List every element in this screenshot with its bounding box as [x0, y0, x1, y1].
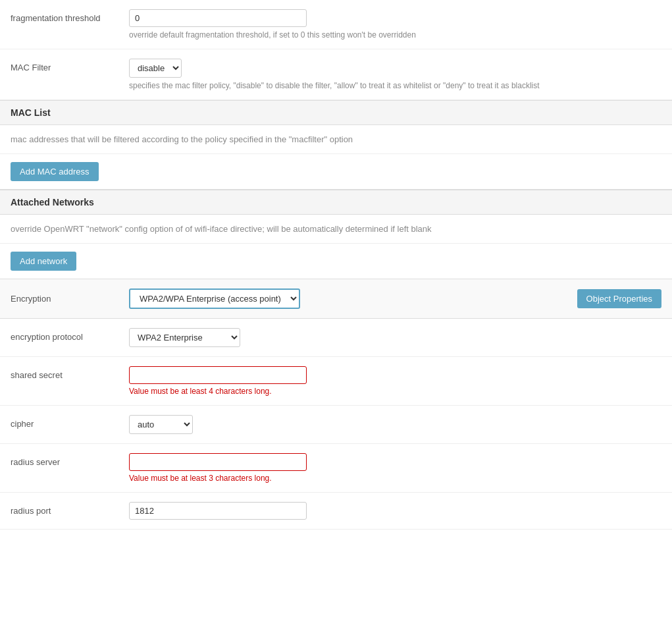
radius-server-error: Value must be at least 3 characters long… — [129, 474, 661, 483]
encryption-protocol-label: encryption protocol — [11, 328, 129, 342]
encryption-select-wrapper: WPA2/WPA Enterprise (access point) WPA2 … — [129, 288, 577, 309]
add-network-button[interactable]: Add network — [11, 252, 76, 271]
shared-secret-label: shared secret — [11, 366, 129, 380]
shared-secret-error: Value must be at least 4 characters long… — [129, 387, 661, 396]
mac-filter-help: specifies the mac filter policy, "disabl… — [129, 81, 661, 90]
object-properties-button[interactable]: Object Properties — [577, 289, 661, 308]
mac-list-section-header: MAC List — [0, 100, 672, 125]
add-network-button-row: Add network — [0, 244, 672, 279]
attached-networks-title: Attached Networks — [11, 197, 94, 207]
attached-networks-section-header: Attached Networks — [0, 190, 672, 215]
radius-port-row: radius port — [0, 493, 672, 530]
encryption-protocol-row: encryption protocol WPA2 Enterprise WPA … — [0, 319, 672, 357]
attached-networks-description: override OpenWRT "network" config option… — [0, 215, 672, 244]
mac-filter-label: MAC Filter — [11, 59, 129, 72]
mac-list-description: mac addresses that will be filtered acco… — [0, 125, 672, 154]
add-mac-button-row: Add MAC address — [0, 154, 672, 190]
shared-secret-input[interactable] — [129, 366, 307, 384]
radius-port-input[interactable] — [129, 502, 307, 520]
fragmentation-threshold-help: override default fragmentation threshold… — [129, 30, 661, 40]
mac-filter-select[interactable]: disable allow deny — [129, 59, 182, 78]
radius-server-label: radius server — [11, 453, 129, 467]
cipher-label: cipher — [11, 415, 129, 429]
radius-port-field — [129, 502, 661, 520]
cipher-row: cipher auto ccmp tkip tkip+ccmp — [0, 406, 672, 444]
mac-filter-field: disable allow deny specifies the mac fil… — [129, 59, 661, 90]
radius-server-row: radius server Value must be at least 3 c… — [0, 444, 672, 493]
fragmentation-threshold-row: fragmentation threshold override default… — [0, 0, 672, 49]
fragmentation-threshold-input[interactable] — [129, 9, 307, 27]
encryption-label: Encryption — [11, 294, 129, 304]
encryption-select[interactable]: WPA2/WPA Enterprise (access point) WPA2 … — [129, 288, 300, 309]
cipher-field: auto ccmp tkip tkip+ccmp — [129, 415, 661, 434]
fragmentation-threshold-field: override default fragmentation threshold… — [129, 9, 661, 40]
mac-list-title: MAC List — [11, 107, 51, 118]
shared-secret-row: shared secret Value must be at least 4 c… — [0, 357, 672, 406]
add-mac-button[interactable]: Add MAC address — [11, 162, 99, 181]
fragmentation-threshold-label: fragmentation threshold — [11, 9, 129, 23]
radius-server-field: Value must be at least 3 characters long… — [129, 453, 661, 483]
encryption-protocol-select[interactable]: WPA2 Enterprise WPA Enterprise WPA2/WPA … — [129, 328, 240, 347]
encryption-row: Encryption WPA2/WPA Enterprise (access p… — [0, 279, 672, 319]
cipher-select[interactable]: auto ccmp tkip tkip+ccmp — [129, 415, 193, 434]
radius-port-label: radius port — [11, 502, 129, 516]
mac-filter-row: MAC Filter disable allow deny specifies … — [0, 49, 672, 100]
radius-server-input[interactable] — [129, 453, 307, 471]
shared-secret-field: Value must be at least 4 characters long… — [129, 366, 661, 396]
encryption-protocol-field: WPA2 Enterprise WPA Enterprise WPA2/WPA … — [129, 328, 661, 347]
